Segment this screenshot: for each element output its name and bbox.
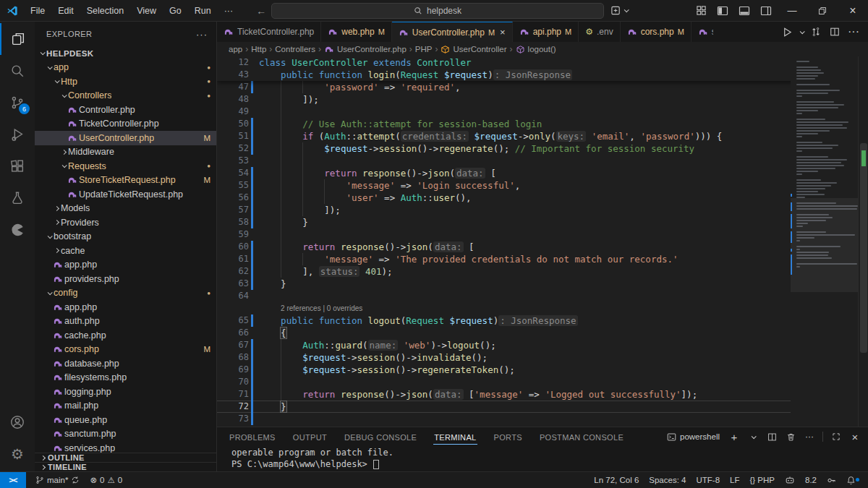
minimap[interactable] <box>791 56 868 427</box>
tree-item-cache-php[interactable]: cache.php <box>35 328 216 343</box>
breadcrumb-usercontrollerphp[interactable]: UserController.php <box>324 44 407 54</box>
tree-item-updateticketrequest-php[interactable]: UpdateTicketRequest.php <box>35 187 216 202</box>
panel-tab-postman-console[interactable]: POSTMAN CONSOLE <box>539 429 624 445</box>
code-line[interactable]: 52 $request->session()->regenerate(); //… <box>217 142 868 155</box>
tree-item-controllers[interactable]: Controllers● <box>35 89 216 103</box>
run-dropdown-icon[interactable] <box>797 23 806 40</box>
breadcrumb-php[interactable]: PHP <box>415 45 433 53</box>
code-line[interactable]: 56 'user' => Auth::user(), <box>217 192 868 204</box>
customize-layout-icon[interactable] <box>690 0 712 21</box>
code-line[interactable]: 67 Auth::guard(name: 'web')->logout(); <box>217 339 868 351</box>
code-line[interactable]: 64 <box>217 290 868 302</box>
status-license-key[interactable] <box>822 476 841 485</box>
tree-item-storeticketrequest-php[interactable]: StoreTicketRequest.phpM <box>35 174 216 188</box>
split-terminal-icon[interactable] <box>765 429 779 444</box>
minimap-viewport[interactable] <box>791 198 858 292</box>
menu-view[interactable]: View <box>131 4 162 18</box>
copilot-icon[interactable] <box>610 5 628 16</box>
tree-root[interactable]: HELPDESK <box>35 46 216 61</box>
sidebar-section-outline[interactable]: OUTLINE <box>35 453 216 462</box>
toggle-secondary-sidebar-icon[interactable] <box>755 0 777 21</box>
problems-indicator[interactable]: ⊗0 ⚠0 <box>85 475 127 485</box>
activity-testing-icon[interactable] <box>0 182 35 214</box>
tab-web-php[interactable]: web.phpM <box>321 22 392 42</box>
code-line[interactable]: 58 } <box>217 216 868 228</box>
code-line[interactable]: 65 public function logout(Request $reque… <box>217 314 868 327</box>
panel-tab-terminal[interactable]: TERMINAL <box>433 429 477 445</box>
code-line[interactable]: 60 return response()->json(data: [ <box>217 241 868 253</box>
code-line[interactable]: 68 $request->session()->invalidate(); <box>217 351 868 364</box>
tree-item-models[interactable]: Models <box>35 202 216 216</box>
breadcrumb-controllers[interactable]: Controllers <box>275 45 315 53</box>
git-branch[interactable]: main* <box>30 476 85 484</box>
tree-item-http[interactable]: Http● <box>35 74 216 89</box>
tree-item-database-php[interactable]: database.php <box>35 356 216 371</box>
code-line[interactable]: 73 <box>217 413 868 425</box>
tab-api-php[interactable]: api.phpM <box>513 22 579 42</box>
back-icon[interactable]: ← <box>256 5 266 17</box>
code-line[interactable]: 55 'message' => 'Login successful', <box>217 179 868 192</box>
activity-account-icon[interactable] <box>0 406 35 438</box>
menu-run[interactable]: Run <box>189 4 217 18</box>
menu-[interactable]: ··· <box>218 4 239 18</box>
toggle-sidebar-icon[interactable] <box>712 0 733 21</box>
restore-button[interactable] <box>807 0 838 21</box>
breadcrumb-logout[interactable]: logout() <box>516 45 556 54</box>
status-copilot[interactable] <box>780 475 800 485</box>
activity-source-control-icon[interactable]: 6 <box>0 87 35 119</box>
remote-indicator[interactable]: >< <box>0 472 26 488</box>
code-line[interactable]: 12class UserController extends Controlle… <box>217 56 868 69</box>
tree-item-controller-php[interactable]: Controller.php <box>35 103 216 117</box>
activity-search-icon[interactable] <box>0 55 35 87</box>
tree-item-auth-php[interactable]: auth.php <box>35 314 216 329</box>
code-line[interactable]: 61 'message' => 'The provided credential… <box>217 253 868 265</box>
search-input[interactable]: helpdesk <box>271 3 604 19</box>
breadcrumb-http[interactable]: Http <box>251 45 266 53</box>
split-editor-icon[interactable] <box>826 23 843 40</box>
code-line[interactable]: 48 ]); <box>217 93 868 106</box>
tree-item-app-php[interactable]: app.php <box>35 258 216 273</box>
maximize-panel-icon[interactable] <box>829 429 843 444</box>
status-eol[interactable]: LF <box>725 476 744 484</box>
tab-s[interactable]: s <box>692 22 713 42</box>
panel-tab-problems[interactable]: PROBLEMS <box>229 429 276 445</box>
status-notifications[interactable] <box>841 476 861 485</box>
tree-item-cache[interactable]: cache <box>35 244 216 258</box>
close-tab-icon[interactable]: × <box>500 27 506 38</box>
code-editor[interactable]: 12class UserController extends Controlle… <box>217 56 868 427</box>
tree-item-providers[interactable]: Providers <box>35 215 216 230</box>
code-line[interactable]: 49 <box>217 106 868 118</box>
tree-item-filesystems-php[interactable]: filesystems.php <box>35 371 216 385</box>
tree-item-services-php[interactable]: services.php <box>35 441 216 453</box>
tree-item-mail-php[interactable]: mail.php <box>35 399 216 414</box>
status-php-version[interactable]: 8.2 <box>800 476 822 484</box>
code-line[interactable]: 62 ], status: 401); <box>217 265 868 278</box>
activity-explorer-icon[interactable] <box>0 23 35 55</box>
status-encoding[interactable]: UTF-8 <box>691 476 725 484</box>
tree-item-middleware[interactable]: Middleware <box>35 145 216 160</box>
shell-selector[interactable]: powershell <box>667 432 720 442</box>
editor-more-actions-icon[interactable]: ··· <box>845 23 862 40</box>
toggle-panel-icon[interactable] <box>733 0 755 21</box>
tree-item-ticketcontroller-php[interactable]: TicketController.php <box>35 117 216 132</box>
tree-item-requests[interactable]: Requests● <box>35 159 216 174</box>
panel-tab-debug-console[interactable]: DEBUG CONSOLE <box>344 429 417 445</box>
code-line[interactable]: 57 ]); <box>217 204 868 216</box>
menu-edit[interactable]: Edit <box>52 4 80 18</box>
code-line[interactable]: 70 <box>217 376 868 388</box>
panel-tab-ports[interactable]: PORTS <box>493 429 523 445</box>
breadcrumb-app[interactable]: app <box>229 45 242 53</box>
code-line[interactable]: 69 $request->session()->regenerateToken(… <box>217 364 868 376</box>
close-button[interactable]: × <box>838 0 868 21</box>
compare-changes-icon[interactable] <box>807 23 825 40</box>
code-line[interactable]: 63 } <box>217 278 868 290</box>
tab--env[interactable]: ⚙.env <box>579 22 620 42</box>
close-panel-icon[interactable]: × <box>848 429 862 444</box>
menu-file[interactable]: File <box>25 4 51 18</box>
activity-extensions-icon[interactable] <box>0 150 35 182</box>
tree-item-app-php[interactable]: app.php <box>35 300 216 314</box>
tree-item-providers-php[interactable]: providers.php <box>35 272 216 286</box>
new-terminal-icon[interactable]: + <box>727 429 741 444</box>
sidebar-section-timeline[interactable]: TIMELINE <box>35 462 216 471</box>
tree-item-config[interactable]: config● <box>35 286 216 301</box>
